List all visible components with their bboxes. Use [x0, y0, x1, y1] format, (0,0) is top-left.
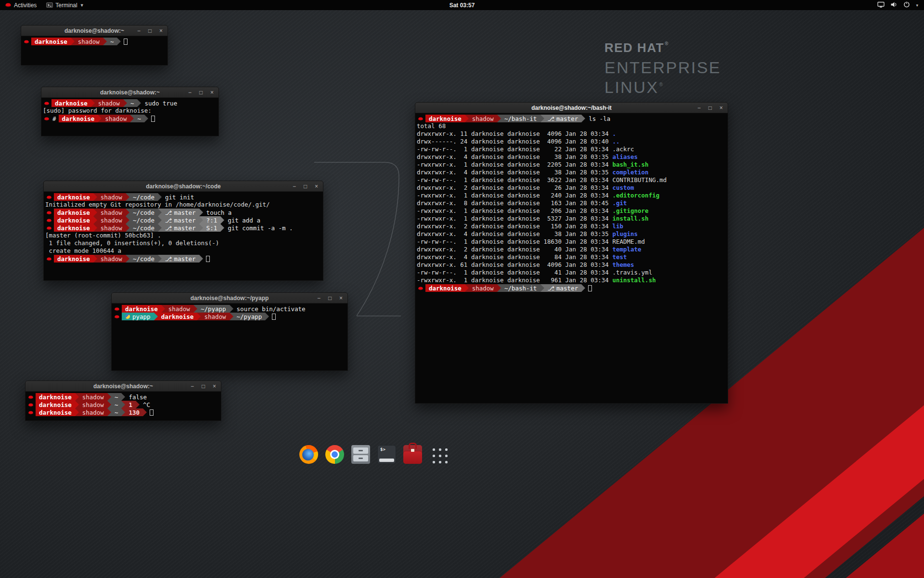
git-branch-icon: ⎇	[165, 224, 172, 232]
terminal-window[interactable]: darknoise@shadow:~/pyapp − □ × darknoise…	[111, 292, 348, 371]
prompt-line: darknoiseshadow~false	[27, 393, 219, 401]
output-text: test	[612, 253, 627, 261]
activities-button[interactable]: Activities	[0, 0, 41, 10]
terminal-content[interactable]: darknoiseshadow~/bash-it⎇masterls -latot…	[415, 113, 728, 403]
output-text: .editorconfig	[612, 192, 659, 199]
powerline-separator	[230, 305, 233, 313]
terminal-content[interactable]: darknoiseshadow~sudo true[sudo] password…	[41, 98, 218, 136]
output-text: drwx------. 24 darknoise darknoise 4096 …	[417, 138, 612, 145]
user-segment: darknoise	[54, 255, 93, 263]
host-segment: shadow	[79, 408, 107, 416]
powerline-separator	[75, 393, 79, 401]
command-text: git commit -a -m .	[224, 224, 293, 232]
output-text: 1 file changed, 0 insertions(+), 0 delet…	[45, 239, 219, 247]
powerline-separator	[497, 284, 501, 292]
prompt-line: darknoiseshadow~	[23, 38, 166, 45]
terminal-content[interactable]: darknoiseshadow~/codegit initInitialized…	[44, 192, 323, 280]
terminal-window[interactable]: darknoise@shadow:~ − □ × darknoiseshadow…	[41, 87, 219, 136]
output-line: [sudo] password for darknoise:	[43, 107, 217, 115]
powerline-separator	[265, 313, 269, 320]
window-titlebar[interactable]: darknoise@shadow:~ − □ ×	[21, 26, 167, 36]
chrome-icon[interactable]	[325, 445, 344, 464]
command-text: sudo true	[141, 99, 177, 107]
window-titlebar[interactable]: darknoise@shadow:~ − □ ×	[26, 381, 221, 392]
rhel-branding: RED HAT® ENTERPRISE LINUX®	[604, 40, 721, 97]
system-status-area[interactable]: ▾	[872, 0, 924, 10]
output-line: -rw-rw-r--. 1 darknoise darknoise 18630 …	[417, 238, 726, 246]
powerline-separator	[199, 209, 203, 216]
toolbox-icon[interactable]	[403, 445, 422, 464]
terminal-window[interactable]: darknoise@shadow:~ − □ × darknoiseshadow…	[21, 25, 168, 66]
window-titlebar[interactable]: darknoise@shadow:~/pyapp − □ ×	[112, 293, 347, 303]
output-text: custom	[612, 184, 634, 191]
powerline-separator	[581, 284, 585, 292]
window-titlebar[interactable]: darknoise@shadow:~/bash-it − □ ×	[415, 103, 728, 113]
git-segment: ⎇master	[544, 284, 582, 292]
gitstatus-segment: S:1	[203, 224, 221, 232]
close-button[interactable]: ×	[718, 105, 724, 111]
path-segment: ~	[127, 99, 138, 107]
output-text: -rwxrwxr-x. 1 darknoise darknoise 2205 J…	[417, 161, 612, 168]
output-line: -rwxrwxr-x. 1 darknoise darknoise 240 Ja…	[417, 192, 726, 199]
maximize-button[interactable]: □	[147, 28, 153, 34]
output-text: aliases	[612, 153, 638, 160]
clock[interactable]: Sat 03:57	[449, 2, 475, 9]
output-text: drwxrwxr-x. 2 darknoise darknoise 40 Jan…	[417, 246, 612, 253]
app-grid-icon[interactable]	[429, 445, 448, 464]
output-line: drwxrwxr-x. 8 darknoise darknoise 163 Ja…	[417, 199, 726, 207]
powerline-separator	[107, 401, 111, 408]
powerline-separator	[93, 216, 97, 224]
maximize-button[interactable]: □	[198, 90, 204, 95]
output-line: -rwxrwxr-x. 1 darknoise darknoise 2205 J…	[417, 161, 726, 169]
terminal-content[interactable]: darknoiseshadow~falsedarknoiseshadow~1^C…	[26, 392, 221, 420]
window-titlebar[interactable]: darknoise@shadow:~/code − □ ×	[44, 181, 323, 192]
terminal-content[interactable]: darknoiseshadow~	[21, 36, 167, 65]
app-menu-terminal[interactable]: Terminal ▼	[41, 0, 89, 10]
terminal-content[interactable]: darknoiseshadow~/pyappsource bin/activat…	[112, 303, 347, 370]
prompt-line: darknoiseshadow~/codegit init	[45, 193, 321, 201]
terminal-window[interactable]: darknoise@shadow:~ − □ × darknoiseshadow…	[25, 381, 221, 421]
terminal-window[interactable]: darknoise@shadow:~/bash-it − □ × darknoi…	[415, 102, 728, 404]
output-line: drwxrwxr-x. 2 darknoise darknoise 26 Jan…	[417, 184, 726, 192]
maximize-button[interactable]: □	[200, 383, 206, 389]
prompt-line: darknoiseshadow~130	[27, 408, 219, 416]
desktop[interactable]: RED HAT® ENTERPRISE LINUX® Activities Te…	[0, 0, 924, 578]
powerline-separator	[540, 284, 544, 292]
close-button[interactable]: ×	[211, 383, 218, 389]
branding-linux: LINUX®	[604, 78, 721, 97]
user-segment: darknoise	[59, 115, 98, 122]
close-button[interactable]: ×	[158, 28, 164, 34]
maximize-button[interactable]: □	[327, 295, 333, 301]
powerline-separator	[75, 401, 79, 408]
powerline-separator	[98, 115, 102, 122]
minimize-button[interactable]: −	[316, 295, 322, 301]
redhat-prompt-icon	[417, 284, 425, 292]
path-segment: ~	[111, 393, 122, 401]
command-text: git add a	[224, 216, 260, 224]
output-text: drwxrwxr-x. 4 darknoise darknoise 38 Jan…	[417, 230, 612, 237]
path-segment: ~	[111, 401, 122, 408]
minimize-button[interactable]: −	[136, 28, 142, 34]
terminal-icon[interactable]	[377, 445, 396, 464]
wallpaper-stripe-bright	[704, 158, 924, 578]
close-button[interactable]: ×	[209, 90, 215, 95]
user-segment: darknoise	[36, 408, 75, 416]
files-icon[interactable]	[351, 445, 370, 464]
close-button[interactable]: ×	[338, 295, 344, 301]
firefox-icon[interactable]	[299, 445, 318, 464]
window-titlebar[interactable]: darknoise@shadow:~ − □ ×	[41, 87, 218, 98]
git-segment: ⎇master	[162, 216, 199, 224]
user-segment: darknoise	[31, 38, 71, 45]
powerline-separator	[199, 224, 203, 232]
minimize-button[interactable]: −	[189, 383, 195, 389]
terminal-window[interactable]: darknoise@shadow:~/code − □ × darknoises…	[43, 181, 323, 281]
output-text: uninstall.sh	[612, 276, 655, 284]
maximize-button[interactable]: □	[302, 184, 308, 189]
close-button[interactable]: ×	[313, 184, 320, 189]
minimize-button[interactable]: −	[291, 184, 297, 189]
minimize-button[interactable]: −	[187, 90, 193, 95]
maximize-button[interactable]: □	[707, 105, 713, 111]
minimize-button[interactable]: −	[696, 105, 702, 111]
gitstatus-segment: ?:1	[203, 216, 221, 224]
output-text: -rw-rw-r--. 1 darknoise darknoise 3622 J…	[417, 176, 612, 184]
